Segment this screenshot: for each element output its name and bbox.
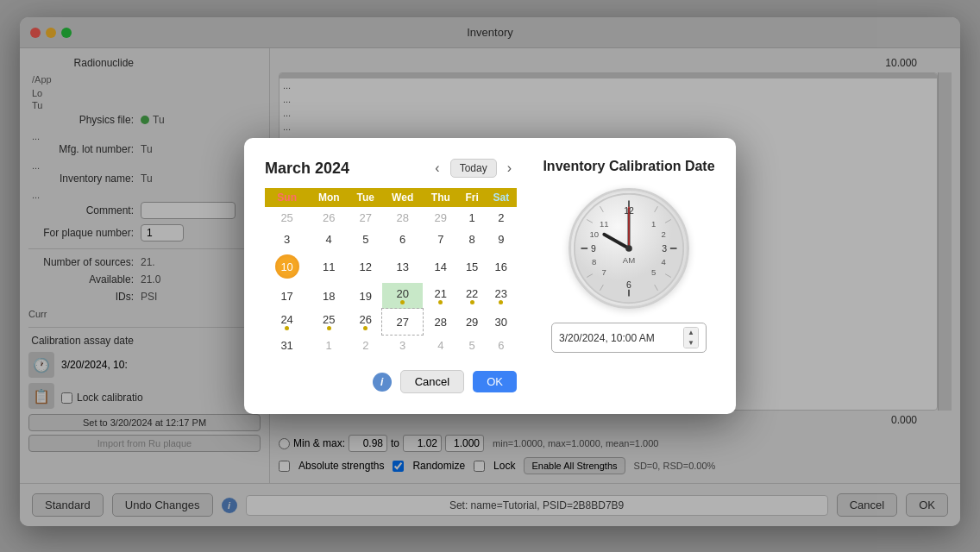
- cal-day[interactable]: 26: [349, 309, 382, 335]
- cal-day[interactable]: 23: [486, 283, 517, 309]
- calendar-modal: March 2024 ‹ Today › Sun Mon Tue Wed Thu…: [244, 138, 736, 414]
- cal-day[interactable]: 17: [265, 283, 309, 309]
- calendar-section: March 2024 ‹ Today › Sun Mon Tue Wed Thu…: [265, 159, 517, 393]
- cal-day[interactable]: 13: [382, 250, 423, 283]
- cal-day-27[interactable]: 27: [382, 309, 423, 335]
- svg-text:5: 5: [651, 267, 656, 277]
- modal-actions: i Cancel OK: [265, 370, 517, 393]
- cal-day[interactable]: 19: [349, 283, 382, 309]
- next-month-button[interactable]: ›: [502, 159, 517, 178]
- cal-day[interactable]: 14: [423, 250, 459, 283]
- svg-text:11: 11: [600, 219, 609, 229]
- cal-day[interactable]: 5: [459, 335, 486, 356]
- svg-text:7: 7: [602, 267, 606, 277]
- clock-section: Inventory Calibration Date: [543, 159, 715, 393]
- cal-day[interactable]: 27: [349, 207, 382, 229]
- calendar-grid: Sun Mon Tue Wed Thu Fri Sat 25 26 27: [265, 188, 517, 356]
- cal-day[interactable]: 11: [309, 250, 349, 283]
- cal-day[interactable]: 30: [486, 309, 517, 335]
- cal-day[interactable]: 25: [309, 309, 349, 335]
- stepper-up-button[interactable]: ▲: [684, 328, 698, 338]
- cal-day[interactable]: 8: [459, 229, 486, 250]
- cal-day[interactable]: 3: [382, 335, 423, 356]
- col-wed: Wed: [382, 188, 423, 207]
- cal-day[interactable]: 6: [382, 229, 423, 250]
- svg-text:3: 3: [662, 243, 667, 254]
- modal-overlay: March 2024 ‹ Today › Sun Mon Tue Wed Thu…: [0, 0, 980, 552]
- clock-title: Inventory Calibration Date: [543, 159, 714, 174]
- cal-day[interactable]: 24: [265, 309, 309, 335]
- stepper-down-button[interactable]: ▼: [684, 338, 698, 348]
- cal-day[interactable]: 2: [349, 335, 382, 356]
- cal-day[interactable]: 15: [459, 250, 486, 283]
- datetime-value: 3/20/2024, 10:00 AM: [559, 332, 680, 344]
- svg-text:4: 4: [662, 257, 667, 267]
- col-thu: Thu: [423, 188, 459, 207]
- prev-month-button[interactable]: ‹: [430, 159, 444, 178]
- col-sat: Sat: [486, 188, 517, 207]
- cal-day[interactable]: 5: [349, 229, 382, 250]
- svg-text:6: 6: [626, 279, 631, 290]
- cal-day[interactable]: 20: [382, 283, 423, 309]
- cal-day[interactable]: 7: [423, 229, 459, 250]
- cal-day[interactable]: 18: [309, 283, 349, 309]
- cal-day[interactable]: 22: [459, 283, 486, 309]
- cal-day[interactable]: 29: [423, 207, 459, 229]
- cal-day[interactable]: 21: [423, 283, 459, 309]
- cal-day[interactable]: 9: [486, 229, 517, 250]
- cancel-modal-button[interactable]: Cancel: [400, 370, 464, 393]
- cal-day[interactable]: 16: [486, 250, 517, 283]
- info-button[interactable]: i: [373, 373, 392, 392]
- cal-day[interactable]: 4: [309, 229, 349, 250]
- clock-face: 12 3 6 9 1 2 4 5 7 8 10 11 AM: [569, 188, 689, 309]
- cal-day[interactable]: 1: [309, 335, 349, 356]
- cal-day-today[interactable]: 10: [265, 250, 309, 283]
- cal-day[interactable]: 29: [459, 309, 486, 335]
- svg-text:AM: AM: [623, 255, 635, 265]
- datetime-input[interactable]: 3/20/2024, 10:00 AM ▲ ▼: [551, 323, 707, 353]
- svg-text:2: 2: [662, 229, 666, 239]
- cal-day[interactable]: 4: [423, 335, 459, 356]
- cal-day[interactable]: 25: [265, 207, 309, 229]
- col-mon: Mon: [309, 188, 349, 207]
- svg-text:9: 9: [591, 243, 596, 254]
- cal-day[interactable]: 6: [486, 335, 517, 356]
- cal-day[interactable]: 26: [309, 207, 349, 229]
- cal-day[interactable]: 1: [459, 207, 486, 229]
- cal-day[interactable]: 28: [382, 207, 423, 229]
- col-sun: Sun: [265, 188, 309, 207]
- col-fri: Fri: [459, 188, 486, 207]
- svg-text:1: 1: [651, 219, 656, 229]
- svg-text:10: 10: [589, 229, 599, 239]
- svg-text:8: 8: [592, 257, 596, 267]
- cal-day[interactable]: 12: [349, 250, 382, 283]
- cal-day[interactable]: 31: [265, 335, 309, 356]
- cal-day[interactable]: 2: [486, 207, 517, 229]
- ok-modal-button[interactable]: OK: [473, 371, 517, 392]
- cal-day[interactable]: 3: [265, 229, 309, 250]
- calendar-header: March 2024 ‹ Today ›: [265, 159, 517, 178]
- col-tue: Tue: [349, 188, 382, 207]
- datetime-stepper[interactable]: ▲ ▼: [683, 327, 699, 348]
- clock-svg: 12 3 6 9 1 2 4 5 7 8 10 11 AM: [571, 191, 687, 306]
- svg-point-29: [625, 245, 632, 252]
- today-button[interactable]: Today: [450, 159, 497, 178]
- calendar-title: March 2024: [265, 160, 424, 178]
- cal-day[interactable]: 28: [423, 309, 459, 335]
